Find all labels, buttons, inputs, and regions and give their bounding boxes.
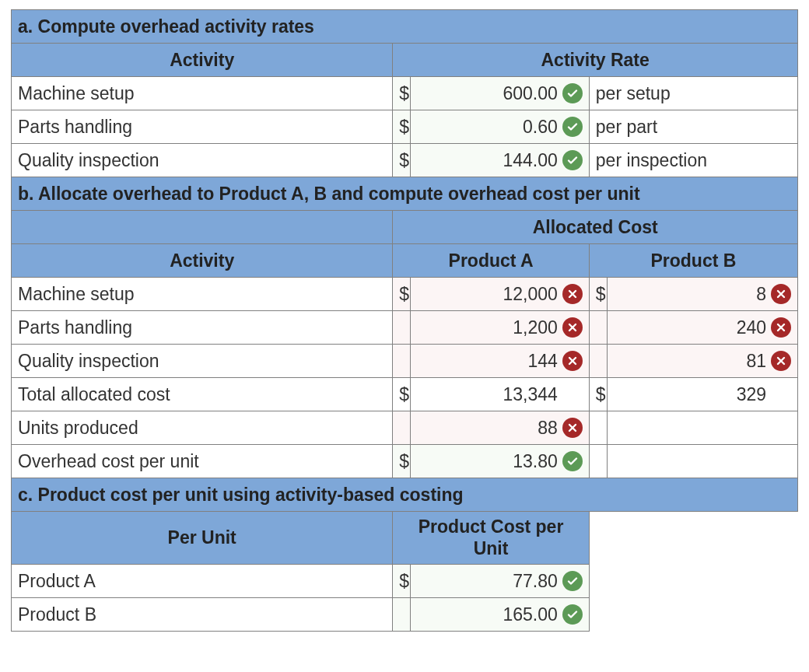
currency-symbol	[589, 445, 607, 478]
activity-label: Machine setup	[12, 77, 393, 110]
col-header-activity-rate: Activity Rate	[393, 44, 798, 77]
table-row: Parts handling $ 0.60 per part	[12, 110, 798, 144]
rate-unit: per part	[589, 110, 797, 144]
section-b-title: b. Allocate overhead to Product A, B and…	[12, 177, 798, 211]
blank-cell	[589, 512, 797, 565]
currency-symbol	[589, 311, 607, 345]
product-label: Product A	[12, 565, 393, 598]
activity-label: Parts handling	[12, 311, 393, 345]
col-header-per-unit: Per Unit	[12, 512, 393, 565]
blank-header	[12, 211, 393, 244]
product-b-value[interactable]: 81	[607, 345, 797, 378]
x-icon	[771, 284, 791, 304]
currency-symbol	[393, 345, 411, 378]
activity-label: Machine setup	[12, 278, 393, 311]
product-a-value[interactable]: 13.80	[411, 445, 590, 478]
product-cost-value[interactable]: 165.00	[411, 598, 590, 632]
check-icon	[562, 117, 583, 137]
currency-symbol	[393, 311, 411, 345]
col-header-product-b: Product B	[589, 244, 797, 278]
check-icon	[562, 571, 583, 591]
product-a-value[interactable]: 12,000	[411, 278, 590, 311]
activity-label: Quality inspection	[12, 144, 393, 177]
x-icon	[771, 351, 791, 371]
currency-symbol: $	[589, 378, 607, 411]
col-header-product-a: Product A	[393, 244, 589, 278]
x-icon	[562, 317, 583, 338]
currency-symbol: $	[589, 278, 607, 311]
x-icon	[771, 317, 791, 338]
currency-symbol	[393, 598, 411, 632]
group-header-allocated-cost: Allocated Cost	[393, 211, 798, 244]
product-a-value[interactable]: 13,344	[411, 378, 590, 411]
currency-symbol: $	[393, 110, 411, 144]
activity-label: Quality inspection	[12, 345, 393, 378]
product-cost-value[interactable]: 77.80	[411, 565, 590, 598]
check-icon	[562, 451, 583, 471]
table-row: Quality inspection 144 81	[12, 345, 798, 378]
currency-symbol: $	[393, 378, 411, 411]
table-row: Parts handling 1,200 240	[12, 311, 798, 345]
table-row: Total allocated cost $ 13,344 $ 329	[12, 378, 798, 411]
x-icon	[562, 284, 583, 304]
table-row: Quality inspection $ 144.00 per inspecti…	[12, 144, 798, 177]
currency-symbol	[589, 411, 607, 445]
table-row: Product B 165.00	[12, 598, 798, 632]
x-icon	[562, 418, 583, 438]
rate-unit: per inspection	[589, 144, 797, 177]
blank-cell	[589, 598, 797, 632]
check-icon	[562, 604, 583, 625]
activity-rate-value[interactable]: 600.00	[411, 77, 590, 110]
col-header-activity: Activity	[12, 44, 393, 77]
product-a-value[interactable]: 1,200	[411, 311, 590, 345]
section-a-title: a. Compute overhead activity rates	[12, 10, 798, 44]
blank-cell	[589, 565, 797, 598]
activity-rate-value[interactable]: 144.00	[411, 144, 590, 177]
table-row: Product A $ 77.80	[12, 565, 798, 598]
product-a-value[interactable]: 144	[411, 345, 590, 378]
check-icon	[562, 83, 583, 103]
table-row: Machine setup $ 600.00 per setup	[12, 77, 798, 110]
currency-symbol: $	[393, 77, 411, 110]
activity-label: Units produced	[12, 411, 393, 445]
table-row: Machine setup $ 12,000 $ 8	[12, 278, 798, 311]
activity-label: Overhead cost per unit	[12, 445, 393, 478]
currency-symbol: $	[393, 565, 411, 598]
col-header-activity: Activity	[12, 244, 393, 278]
product-label: Product B	[12, 598, 393, 632]
table-row: Overhead cost per unit $ 13.80	[12, 445, 798, 478]
currency-symbol: $	[393, 144, 411, 177]
activity-rate-value[interactable]: 0.60	[411, 110, 590, 144]
currency-symbol: $	[393, 445, 411, 478]
x-icon	[562, 351, 583, 371]
table-row: Units produced 88	[12, 411, 798, 445]
product-a-value[interactable]: 88	[411, 411, 590, 445]
section-c-title: c. Product cost per unit using activity-…	[12, 478, 798, 512]
product-b-value[interactable]	[607, 411, 797, 445]
product-b-value[interactable]: 8	[607, 278, 797, 311]
rate-unit: per setup	[589, 77, 797, 110]
currency-symbol	[589, 345, 607, 378]
currency-symbol	[393, 411, 411, 445]
worksheet-table: a. Compute overhead activity rates Activ…	[11, 9, 798, 632]
col-header-product-cost: Product Cost per Unit	[393, 512, 589, 565]
check-icon	[562, 150, 583, 170]
currency-symbol: $	[393, 278, 411, 311]
activity-label: Total allocated cost	[12, 378, 393, 411]
product-b-value[interactable]	[607, 445, 797, 478]
product-b-value[interactable]: 329	[607, 378, 797, 411]
activity-label: Parts handling	[12, 110, 393, 144]
product-b-value[interactable]: 240	[607, 311, 797, 345]
